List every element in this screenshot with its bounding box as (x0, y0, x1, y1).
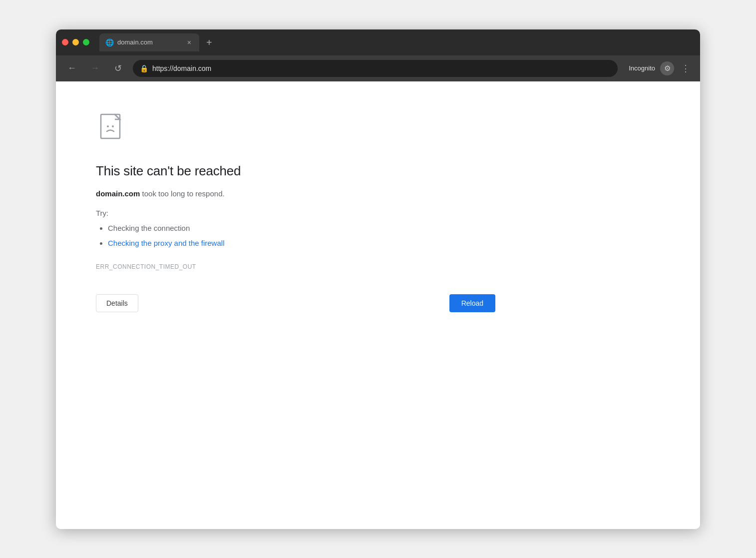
error-page-icon (96, 111, 128, 143)
url-bar[interactable]: 🔒 https://domain.com (133, 60, 618, 77)
window-controls (62, 39, 89, 45)
suggestion-connection: Checking the connection (108, 224, 190, 232)
tab-title: domain.com (117, 38, 181, 46)
try-label: Try: (96, 209, 495, 217)
active-tab[interactable]: 🌐 domain.com × (99, 33, 199, 51)
close-window-button[interactable] (62, 39, 68, 45)
suggestions-list: Checking the connection Checking the pro… (96, 222, 495, 249)
minimize-window-button[interactable] (72, 39, 79, 45)
title-bar: 🌐 domain.com × + (56, 29, 700, 55)
page-content: This site can't be reached domain.com to… (56, 81, 700, 529)
reload-button[interactable]: Reload (449, 294, 495, 312)
proxy-firewall-link[interactable]: Checking the proxy and the firewall (108, 239, 224, 247)
list-item: Checking the connection (108, 222, 495, 234)
incognito-icon: ⚙ (660, 61, 674, 75)
forward-button[interactable]: → (87, 60, 103, 76)
button-row: Details Reload (96, 294, 495, 312)
address-bar: ← → ↺ 🔒 https://domain.com Incognito ⚙ ⋮ (56, 55, 700, 81)
error-description: domain.com took too long to respond. (96, 188, 495, 200)
error-icon-wrapper (96, 111, 495, 145)
reload-nav-button[interactable]: ↺ (110, 60, 126, 76)
svg-point-1 (107, 125, 109, 127)
maximize-window-button[interactable] (83, 39, 89, 45)
browser-menu-button[interactable]: ⋮ (679, 61, 692, 76)
back-button[interactable]: ← (64, 60, 80, 76)
error-domain: domain.com (96, 189, 140, 198)
new-tab-button[interactable]: + (202, 35, 216, 49)
error-code: ERR_CONNECTION_TIMED_OUT (96, 263, 495, 270)
incognito-label: Incognito (629, 64, 655, 72)
error-title: This site can't be reached (96, 163, 495, 179)
tab-bar: 🌐 domain.com × + (99, 33, 694, 51)
lock-icon: 🔒 (140, 64, 148, 72)
tab-close-icon[interactable]: × (185, 37, 193, 47)
svg-point-2 (112, 125, 114, 127)
list-item: Checking the proxy and the firewall (108, 237, 495, 249)
details-button[interactable]: Details (96, 294, 138, 312)
tab-favicon-icon: 🌐 (105, 38, 113, 46)
browser-window: 🌐 domain.com × + ← → ↺ 🔒 https://domain.… (56, 29, 700, 529)
error-container: This site can't be reached domain.com to… (96, 111, 495, 312)
error-description-suffix: took too long to respond. (140, 189, 224, 198)
url-text: https://domain.com (152, 64, 211, 72)
address-bar-right: Incognito ⚙ ⋮ (629, 61, 692, 76)
